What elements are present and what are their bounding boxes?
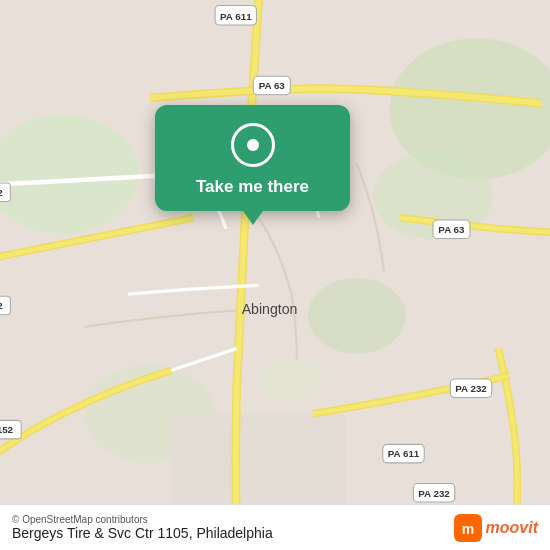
attribution: © OpenStreetMap contributors <box>12 514 273 525</box>
map: PA 611 PA 63 PA 63 PA 611 PA 232 PA 232 … <box>0 0 550 550</box>
svg-text:PA 63: PA 63 <box>259 80 286 91</box>
bottom-bar: © OpenStreetMap contributors Bergeys Tir… <box>0 504 550 550</box>
svg-point-4 <box>308 278 406 354</box>
svg-text:PA 611: PA 611 <box>388 448 420 459</box>
moovit-label: moovit <box>486 519 538 537</box>
svg-text:PA 611: PA 611 <box>220 11 252 22</box>
map-svg: PA 611 PA 63 PA 63 PA 611 PA 232 PA 232 … <box>0 0 550 550</box>
svg-text:152: 152 <box>0 424 14 435</box>
location-label: Bergeys Tire & Svc Ctr 1105, Philadelphi… <box>12 525 273 541</box>
bottom-info: © OpenStreetMap contributors Bergeys Tir… <box>12 514 273 541</box>
svg-text:PA 232: PA 232 <box>455 383 487 394</box>
svg-text:PA 232: PA 232 <box>418 488 450 499</box>
svg-point-7 <box>259 359 324 403</box>
popup-label: Take me there <box>196 177 309 197</box>
popup-card[interactable]: Take me there <box>155 105 350 211</box>
moovit-icon: m <box>454 514 482 542</box>
svg-text:PA 63: PA 63 <box>438 224 465 235</box>
svg-text:m: m <box>461 521 473 537</box>
svg-text:Abington: Abington <box>242 301 298 317</box>
moovit-logo: m moovit <box>454 514 538 542</box>
location-pin-icon <box>231 123 275 167</box>
